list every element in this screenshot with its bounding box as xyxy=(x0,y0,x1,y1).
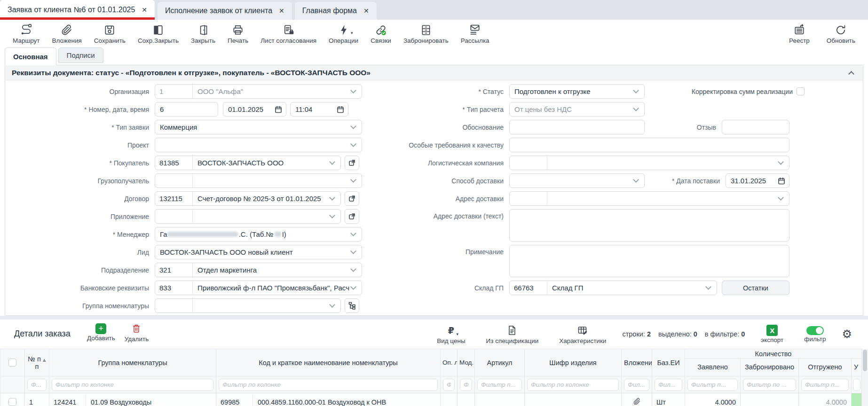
select-all-checkbox[interactable] xyxy=(8,359,16,367)
filter-group-input[interactable] xyxy=(52,379,213,391)
delivery-address-field[interactable] xyxy=(509,191,789,206)
refresh-button[interactable]: Обновить xyxy=(821,21,861,47)
tab-request-execution[interactable]: Исполнение заявок от клиента ✕ xyxy=(158,2,292,20)
organization-field[interactable]: 1 ООО "Альфа" xyxy=(155,84,362,99)
remains-button[interactable]: Остатки xyxy=(722,281,789,295)
column-header-attachments[interactable]: Вложени xyxy=(622,349,652,376)
tree-select-button[interactable] xyxy=(345,298,359,313)
export-excel-button[interactable]: X экспорт xyxy=(756,325,788,344)
close-icon[interactable]: ✕ xyxy=(142,7,147,13)
close-icon[interactable]: ✕ xyxy=(279,8,284,14)
row-checkbox[interactable] xyxy=(8,398,16,406)
justification-field[interactable] xyxy=(509,120,645,134)
column-header-group[interactable]: Группа номенклатуры xyxy=(49,349,216,376)
table-row[interactable]: 1 124241 01.09 Воздуховоды 69985 000.485… xyxy=(0,393,862,406)
open-buyer-card-button[interactable] xyxy=(345,156,359,170)
logistics-company-field[interactable] xyxy=(509,156,789,170)
column-header-num[interactable]: № п ▲ п xyxy=(25,349,49,376)
vertical-scrollbar[interactable] xyxy=(861,349,868,406)
column-header-mod[interactable]: Мод. изде xyxy=(458,349,475,376)
delivery-method-field[interactable] xyxy=(509,173,645,188)
column-header-base-unit[interactable]: Баз.ЕИ xyxy=(652,349,685,376)
filter-article-input[interactable] xyxy=(477,379,522,391)
document-icon xyxy=(506,324,518,337)
delivery-date-field[interactable]: 31.01.2025 xyxy=(726,173,789,188)
approval-sheet-button[interactable]: Лист согласования xyxy=(254,21,323,47)
filter-base-unit-input[interactable] xyxy=(655,379,682,391)
save-close-button[interactable]: Сохр.Закрыть xyxy=(132,21,185,47)
reserve-button[interactable]: Забронировать xyxy=(397,21,455,47)
tab-main[interactable]: Основная xyxy=(5,47,56,65)
review-field[interactable] xyxy=(722,120,789,134)
tab-main-form[interactable]: Главная форма ✕ xyxy=(295,2,377,20)
filter-op-list-input[interactable] xyxy=(443,379,455,391)
filter-attachments-input[interactable] xyxy=(624,379,649,391)
requested-cell[interactable]: 4.0000 xyxy=(685,393,741,406)
delivery-address-text-field[interactable] xyxy=(509,209,789,242)
filter-cipher-input[interactable] xyxy=(527,379,619,391)
time-field[interactable]: 11:04 xyxy=(290,102,348,117)
close-icon[interactable]: ✕ xyxy=(363,8,369,14)
tab-client-request[interactable]: Заявка от клиента №6 от 01.01.2025 ✕ xyxy=(0,0,155,20)
filter-reserved-input[interactable] xyxy=(743,379,796,391)
attachments-button[interactable]: Вложения xyxy=(46,21,88,47)
filter-item-input[interactable] xyxy=(219,379,438,391)
operations-button[interactable]: ▾ Операции xyxy=(323,21,364,47)
manager-field[interactable]: Га .С. (Таб.№ I) xyxy=(155,227,362,242)
appendix-field[interactable] xyxy=(155,209,341,224)
registry-button[interactable]: Реестр xyxy=(783,21,816,47)
contract-field[interactable]: 132115 Счет-договор № 2025-3 от 01.01.20… xyxy=(155,191,341,206)
quality-requirements-field[interactable] xyxy=(509,138,789,152)
filter-mod-input[interactable] xyxy=(460,379,472,391)
close-button[interactable]: Закрыть xyxy=(185,21,221,47)
status-field[interactable]: Подготовлен к отгрузке xyxy=(509,84,645,99)
nomenclature-group-field[interactable] xyxy=(155,298,341,313)
request-type-field[interactable]: Коммерция xyxy=(155,120,362,134)
filter-last-input[interactable] xyxy=(853,379,860,391)
column-header-last[interactable]: У xyxy=(852,359,862,376)
gear-icon[interactable]: ⚙ xyxy=(842,328,852,341)
filter-shipped-input[interactable] xyxy=(801,379,849,391)
correction-checkbox[interactable] xyxy=(797,87,805,95)
characteristics-button[interactable]: Характеристики xyxy=(554,324,611,344)
price-view-button[interactable]: ₽▾ Вид цены xyxy=(432,324,470,344)
collapse-icon[interactable] xyxy=(848,71,854,77)
open-appendix-card-button[interactable] xyxy=(345,209,359,224)
bank-details-field[interactable]: 833 Приволжский ф-л ПАО "Промсвязьбанк",… xyxy=(155,281,362,295)
column-header-article[interactable]: Артикул xyxy=(475,349,525,376)
route-button[interactable]: Маршрут xyxy=(7,21,46,47)
buyer-field[interactable]: 81385 ВОСТОК-ЗАПЧАСТЬ ООО xyxy=(155,156,341,170)
filter-num-input[interactable] xyxy=(27,379,47,391)
column-header-reserved[interactable]: Забронировано xyxy=(741,359,799,376)
division-field[interactable]: 321 Отдел маркетинга xyxy=(155,263,362,277)
attachments-cell[interactable] xyxy=(622,393,652,406)
date-field[interactable]: 01.01.2025 xyxy=(223,102,286,117)
filter-requested-input[interactable] xyxy=(687,379,738,391)
column-header-shipped[interactable]: Отгружено xyxy=(799,359,852,376)
project-field[interactable] xyxy=(155,138,362,152)
column-header-requested[interactable]: Заявлено xyxy=(685,359,741,376)
open-contract-card-button[interactable] xyxy=(345,191,359,206)
print-button[interactable]: Печать xyxy=(221,21,254,47)
column-header-cipher[interactable]: Шифр изделия xyxy=(525,349,622,376)
filter-toggle[interactable]: фильтр xyxy=(799,326,830,343)
chevron-down-icon xyxy=(329,302,335,308)
delete-row-button[interactable]: Удалить xyxy=(120,322,154,343)
links-button[interactable]: Связки xyxy=(364,21,397,47)
note-field[interactable] xyxy=(509,245,789,277)
from-specification-button[interactable]: Из спецификации xyxy=(481,324,544,344)
chain-link-icon xyxy=(375,23,387,37)
scrollbar-thumb[interactable] xyxy=(863,350,867,371)
calc-type-field[interactable]: От цены без НДС xyxy=(509,102,645,117)
paperclip-icon xyxy=(633,398,641,406)
tab-signatures[interactable]: Подписи xyxy=(58,47,103,63)
mailing-button[interactable]: Рассылка xyxy=(455,21,496,47)
lead-field[interactable]: ВОСТОК-ЗАПЧАСТЬ ООО новый клиент xyxy=(155,245,362,259)
save-button[interactable]: Сохранить xyxy=(88,21,132,47)
add-row-button[interactable]: + Добавить xyxy=(82,322,120,343)
warehouse-field[interactable]: 66763 Склад ГП xyxy=(509,281,717,295)
column-header-op-list[interactable]: Оп. лист xyxy=(441,349,458,376)
number-field[interactable]: 6 xyxy=(155,102,218,117)
column-header-item[interactable]: Код и краткое наименование номенклатуры xyxy=(216,349,441,376)
consignee-field[interactable] xyxy=(155,173,362,188)
